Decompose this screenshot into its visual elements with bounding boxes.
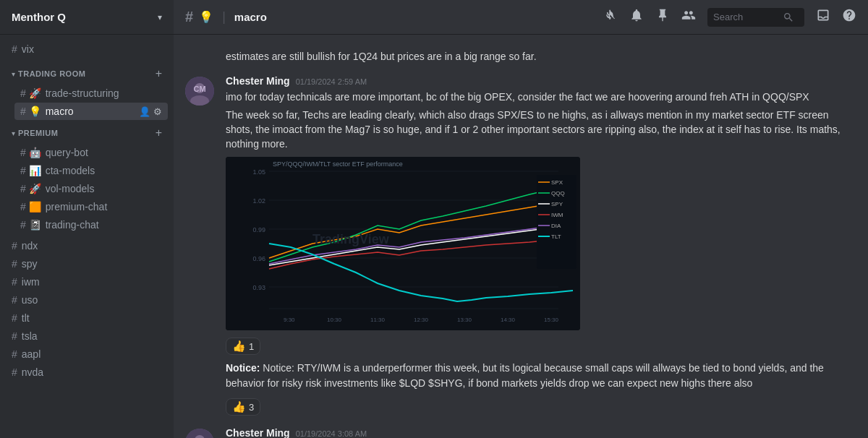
channel-label-tlt: tlt	[22, 312, 162, 324]
channel-label-nvda: nvda	[22, 366, 162, 378]
inbox-icon[interactable]	[816, 8, 830, 26]
notebook-icon: # 📓	[20, 219, 41, 231]
premium-channels: # 🤖 query-bot # 📊 cta-models # 🚀 vol-mod…	[6, 144, 168, 233]
channel-label-spy: spy	[22, 258, 162, 270]
svg-text:SPX: SPX	[551, 179, 563, 186]
add-premium-channel-icon[interactable]: +	[156, 126, 162, 139]
add-channel-icon[interactable]: +	[156, 67, 162, 80]
reaction-thumbs-up-1[interactable]: 👍 1	[226, 338, 260, 355]
message-content-2: Chester Ming 01/19/2024 3:08 AM Traders …	[226, 427, 856, 438]
avatar-1: CM	[185, 77, 214, 106]
svg-text:TradingView: TradingView	[312, 232, 390, 246]
members-icon[interactable]	[681, 8, 696, 26]
mute-icon[interactable]	[603, 8, 618, 26]
section-trading-room-label: TRADING ROOM	[18, 69, 156, 78]
avatar-image-2: CM	[185, 429, 214, 438]
hash-uso-icon: #	[12, 294, 17, 306]
message-group-2: CM Chester Ming 01/19/2024 3:08 AM Trade…	[174, 424, 868, 438]
avatar-image-1: CM	[185, 77, 214, 106]
message-line-1: imo for today technicals are more import…	[226, 90, 856, 104]
server-header[interactable]: Menthor Q ▾	[0, 0, 174, 35]
channel-action-icons: 👤 ⚙	[139, 106, 162, 117]
hash-aapl-icon: #	[12, 348, 17, 360]
sidebar-item-trade-structuring[interactable]: # 🚀 trade-structuring	[14, 85, 168, 102]
section-premium[interactable]: ▾ PREMIUM +	[6, 124, 168, 142]
channel-label-query-bot: query-bot	[46, 147, 162, 158]
svg-text:0.99: 0.99	[252, 226, 265, 233]
arrow-icon-premium: ▾	[12, 129, 15, 137]
sidebar-item-uso[interactable]: # uso	[6, 291, 168, 309]
pin-icon[interactable]	[655, 8, 670, 26]
sidebar-item-macro[interactable]: # 💡 macro 👤 ⚙	[14, 103, 168, 120]
channel-label-tsla: tsla	[22, 330, 162, 342]
channel-label-trading-chat: trading-chat	[46, 219, 162, 231]
trading-room-channels: # 🚀 trade-structuring # 💡 macro 👤 ⚙	[6, 85, 168, 120]
channel-hash-icon: #	[185, 9, 193, 25]
hash-tsla-icon: #	[12, 330, 17, 342]
svg-text:0.96: 0.96	[252, 255, 265, 262]
sidebar-item-iwm[interactable]: # iwm	[6, 273, 168, 291]
sidebar-item-aapl[interactable]: # aapl	[6, 345, 168, 363]
hash-ndx-icon: #	[12, 240, 17, 252]
svg-text:IWM: IWM	[551, 212, 563, 218]
svg-text:SPY/QQQ/IWM/TLT sector ETF per: SPY/QQQ/IWM/TLT sector ETF performance	[273, 160, 403, 168]
channel-label-ndx: ndx	[22, 240, 162, 252]
rocket-icon: # 🚀	[20, 87, 41, 99]
reaction-count-2: 3	[249, 402, 254, 413]
help-icon[interactable]	[842, 8, 856, 26]
sidebar-item-query-bot[interactable]: # 🤖 query-bot	[14, 144, 168, 161]
sidebar-item-premium-chat[interactable]: # 🟧 premium-chat	[14, 198, 168, 215]
sidebar-item-vix[interactable]: # vix	[6, 40, 168, 58]
hash-iwm-icon: #	[12, 276, 17, 288]
header-icons-group	[603, 8, 856, 27]
search-box[interactable]	[707, 8, 804, 27]
reactions-row-2: 👍 3	[226, 394, 856, 416]
sidebar-item-nvda[interactable]: # nvda	[6, 364, 168, 381]
hash-tlt-icon: #	[12, 312, 17, 324]
channel-label-macro: macro	[46, 106, 136, 117]
sidebar: Menthor Q ▾ # vix ▾ TRADING ROOM + # 🚀 t…	[0, 0, 174, 438]
robot-icon: # 🤖	[20, 147, 41, 158]
sidebar-item-vol-models[interactable]: # 🚀 vol-models	[14, 180, 168, 197]
channel-label-uso: uso	[22, 294, 162, 306]
rocket2-icon: # 🚀	[20, 183, 41, 194]
partial-message-content: estimates are still bullish for 1Q24 but…	[226, 49, 856, 64]
section-trading-room[interactable]: ▾ TRADING ROOM +	[6, 64, 168, 83]
avatar-2: CM	[185, 429, 214, 438]
svg-text:1.02: 1.02	[252, 197, 265, 205]
message-group-1: CM Chester Ming 01/19/2024 2:59 AM imo f…	[174, 72, 868, 418]
main-content: # 💡 | macro	[174, 0, 868, 438]
sidebar-item-cta-models[interactable]: # 📊 cta-models	[14, 162, 168, 179]
bell-icon[interactable]	[629, 8, 644, 26]
channel-label-vix: vix	[22, 43, 162, 55]
svg-text:TLT: TLT	[551, 233, 561, 240]
svg-rect-18	[537, 175, 576, 269]
reaction-thumbs-up-2[interactable]: 👍 3	[226, 398, 260, 416]
partial-message: estimates are still bullish for 1Q24 but…	[174, 46, 868, 69]
sidebar-item-ndx[interactable]: # ndx	[6, 237, 168, 254]
sidebar-item-trading-chat[interactable]: # 📓 trading-chat	[14, 216, 168, 233]
svg-text:14:30: 14:30	[501, 317, 516, 323]
reactions-row-1: 👍 1	[226, 333, 856, 355]
message-header-1: Chester Ming 01/19/2024 2:59 AM	[226, 75, 856, 87]
sidebar-item-spy[interactable]: # spy	[6, 255, 168, 272]
settings-icon[interactable]: ⚙	[153, 106, 162, 117]
svg-text:13:30: 13:30	[457, 317, 472, 323]
section-premium-label: PREMIUM	[18, 129, 156, 137]
message-header-2: Chester Ming 01/19/2024 3:08 AM	[226, 427, 856, 438]
svg-text:15:30: 15:30	[544, 317, 559, 323]
sidebar-item-tsla[interactable]: # tsla	[6, 327, 168, 345]
add-member-icon[interactable]: 👤	[139, 106, 150, 117]
svg-text:9:30: 9:30	[284, 317, 295, 323]
message-content-1: Chester Ming 01/19/2024 2:59 AM imo for …	[226, 75, 856, 416]
hash-spy-icon: #	[12, 258, 17, 270]
chart-svg: 1.05 1.02 0.99 0.96 0.93 SPY/QQQ/IWM/TLT…	[226, 157, 580, 330]
svg-rect-4	[226, 157, 580, 330]
messages-area: estimates are still bullish for 1Q24 but…	[174, 35, 868, 438]
svg-text:QQQ: QQQ	[551, 190, 565, 197]
svg-text:SPY: SPY	[551, 201, 563, 207]
sidebar-item-tlt[interactable]: # tlt	[6, 309, 168, 327]
search-input[interactable]	[713, 12, 778, 22]
bulb-icon: # 💡	[20, 106, 41, 117]
channel-header-name: macro	[234, 11, 267, 23]
